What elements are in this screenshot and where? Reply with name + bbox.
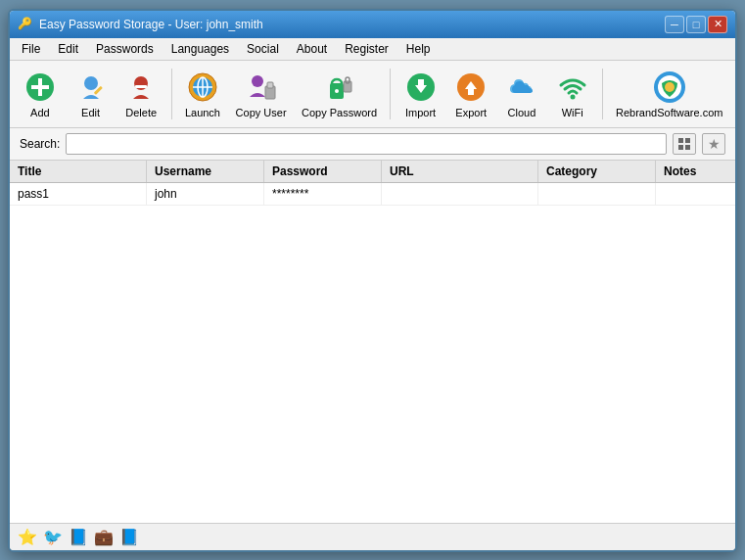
status-linkedin-icon[interactable]: 💼 xyxy=(94,528,114,546)
svg-rect-14 xyxy=(267,82,273,88)
export-icon xyxy=(453,70,489,105)
table-row[interactable]: pass1 john ******** xyxy=(10,183,735,206)
toolbar-separator-1 xyxy=(171,69,172,119)
toolbar-separator-2 xyxy=(390,69,391,119)
cell-url xyxy=(382,183,538,205)
table-header: Title Username Password URL Category Not… xyxy=(10,161,735,183)
title-controls: ─ □ ✕ xyxy=(665,16,727,33)
delete-button[interactable]: Delete xyxy=(116,65,165,123)
menu-item-help[interactable]: Help xyxy=(398,40,439,58)
edit-button[interactable]: Edit xyxy=(67,65,116,123)
svg-rect-6 xyxy=(135,85,147,88)
col-username[interactable]: Username xyxy=(147,161,264,182)
maximize-button[interactable]: □ xyxy=(686,16,706,33)
favorites-button[interactable]: ★ xyxy=(702,133,725,155)
copy-password-label: Copy Password xyxy=(302,107,377,118)
delete-label: Delete xyxy=(125,107,157,118)
add-label: Add xyxy=(30,107,50,118)
svg-point-26 xyxy=(570,94,575,99)
title-bar-left: 🔑 Easy Password Storage - User: john_smi… xyxy=(18,17,263,32)
svg-rect-32 xyxy=(678,145,683,150)
status-bar: ⭐ 🐦 📘 💼 📘 xyxy=(10,523,735,550)
import-label: Import xyxy=(405,107,436,118)
cell-password: ******** xyxy=(264,183,382,205)
copy-password-button[interactable]: Copy Password xyxy=(295,65,383,123)
svg-rect-33 xyxy=(685,145,690,150)
menu-item-languages[interactable]: Languages xyxy=(163,40,237,58)
launch-icon xyxy=(185,70,220,105)
edit-label: Edit xyxy=(81,107,100,118)
svg-rect-30 xyxy=(678,138,683,143)
wifi-icon xyxy=(555,70,590,105)
menu-item-edit[interactable]: Edit xyxy=(50,40,86,58)
main-window: 🔑 Easy Password Storage - User: john_smi… xyxy=(8,9,737,552)
rebrand-label: RebrandSoftware.com xyxy=(616,107,722,118)
edit-icon xyxy=(73,70,109,105)
import-button[interactable]: Import xyxy=(396,65,445,123)
add-icon xyxy=(23,70,58,105)
launch-button[interactable]: Launch xyxy=(178,65,227,123)
svg-rect-2 xyxy=(31,85,49,89)
wifi-button[interactable]: WiFi xyxy=(548,65,597,123)
status-twitter-icon[interactable]: 🐦 xyxy=(43,528,63,546)
menu-bar: FileEditPasswordsLanguagesSocialAboutReg… xyxy=(10,38,735,61)
svg-rect-22 xyxy=(418,79,424,87)
toolbar: Add Edit Delete xyxy=(10,61,735,128)
col-title[interactable]: Title xyxy=(10,161,147,182)
cloud-icon xyxy=(504,70,539,105)
copy-user-button[interactable]: Copy User xyxy=(229,65,294,123)
minimize-button[interactable]: ─ xyxy=(665,16,684,33)
grid-view-button[interactable] xyxy=(673,133,696,155)
cell-category xyxy=(538,183,656,205)
col-notes[interactable]: Notes xyxy=(656,161,735,182)
import-icon xyxy=(403,70,439,105)
add-button[interactable]: Add xyxy=(16,65,65,123)
search-bar: Search: ★ xyxy=(10,128,735,161)
cell-username: john xyxy=(147,183,264,205)
col-password[interactable]: Password xyxy=(264,161,382,182)
wifi-label: WiFi xyxy=(562,107,583,118)
status-facebook-icon[interactable]: 📘 xyxy=(119,528,139,546)
status-star-icon[interactable]: ⭐ xyxy=(18,528,37,546)
svg-point-29 xyxy=(665,82,675,92)
cell-title: pass1 xyxy=(10,183,147,205)
cloud-label: Cloud xyxy=(508,107,536,118)
export-label: Export xyxy=(455,107,487,118)
delete-icon xyxy=(123,70,159,105)
search-label: Search: xyxy=(20,137,60,151)
launch-label: Launch xyxy=(185,107,220,118)
title-bar: 🔑 Easy Password Storage - User: john_smi… xyxy=(10,11,735,38)
svg-point-17 xyxy=(335,89,339,93)
window-title: Easy Password Storage - User: john_smith xyxy=(39,18,263,31)
svg-rect-25 xyxy=(468,87,474,95)
menu-item-file[interactable]: File xyxy=(14,40,48,58)
svg-point-12 xyxy=(252,75,263,87)
cell-notes xyxy=(656,183,735,205)
rebrand-icon xyxy=(652,70,687,105)
toolbar-separator-3 xyxy=(602,69,603,119)
menu-item-passwords[interactable]: Passwords xyxy=(88,40,162,58)
app-icon: 🔑 xyxy=(18,17,33,32)
menu-item-about[interactable]: About xyxy=(289,40,335,58)
menu-item-register[interactable]: Register xyxy=(337,40,396,58)
svg-rect-31 xyxy=(685,138,690,143)
copy-password-icon xyxy=(322,70,357,105)
rebrand-button[interactable]: RebrandSoftware.com xyxy=(609,65,729,123)
col-category[interactable]: Category xyxy=(538,161,656,182)
export-button[interactable]: Export xyxy=(446,65,495,123)
col-url[interactable]: URL xyxy=(382,161,538,182)
copy-user-icon xyxy=(244,70,279,105)
copy-user-label: Copy User xyxy=(236,107,287,118)
status-social-blue-icon[interactable]: 📘 xyxy=(69,528,88,546)
search-input[interactable] xyxy=(66,133,667,155)
cloud-button[interactable]: Cloud xyxy=(497,65,546,123)
menu-item-social[interactable]: Social xyxy=(239,40,287,58)
close-button[interactable]: ✕ xyxy=(708,16,727,33)
svg-point-3 xyxy=(84,76,98,90)
password-table: Title Username Password URL Category Not… xyxy=(10,161,735,523)
